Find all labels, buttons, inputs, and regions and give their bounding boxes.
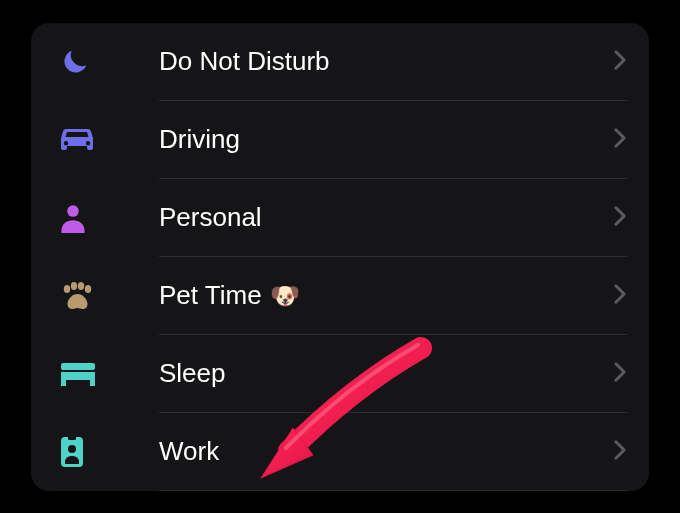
chevron-right-icon: [613, 361, 627, 387]
chevron-right-icon: [613, 49, 627, 75]
dog-emoji: 🐶: [270, 282, 300, 310]
bed-icon: [59, 361, 111, 387]
badge-icon: [59, 435, 111, 469]
moon-icon: [59, 46, 111, 78]
focus-row-label: Do Not Disturb: [111, 46, 613, 77]
svg-point-11: [68, 445, 76, 453]
chevron-right-icon: [613, 283, 627, 309]
focus-row-label: Work: [111, 436, 613, 467]
focus-row-work[interactable]: Work: [31, 413, 649, 491]
svg-point-1: [64, 285, 70, 293]
svg-point-0: [67, 205, 79, 217]
svg-point-3: [78, 282, 84, 290]
chevron-right-icon: [613, 205, 627, 231]
focus-row-personal[interactable]: Personal: [31, 179, 649, 257]
focus-list-panel: Do Not Disturb Driving Personal: [31, 23, 649, 491]
svg-point-2: [71, 282, 77, 290]
focus-row-label: Personal: [111, 202, 613, 233]
chevron-right-icon: [613, 439, 627, 465]
focus-row-pet-time[interactable]: Pet Time 🐶: [31, 257, 649, 335]
svg-point-4: [85, 285, 91, 293]
focus-row-do-not-disturb[interactable]: Do Not Disturb: [31, 23, 649, 101]
focus-row-label: Driving: [111, 124, 613, 155]
chevron-right-icon: [613, 127, 627, 153]
focus-row-sleep[interactable]: Sleep: [31, 335, 649, 413]
paw-icon: [59, 281, 111, 311]
svg-rect-6: [61, 372, 95, 380]
car-icon: [59, 125, 111, 155]
focus-row-label: Pet Time 🐶: [111, 280, 613, 311]
focus-row-label: Sleep: [111, 358, 613, 389]
person-icon: [59, 203, 111, 233]
svg-rect-8: [90, 380, 95, 386]
svg-rect-10: [68, 435, 76, 440]
focus-row-driving[interactable]: Driving: [31, 101, 649, 179]
svg-rect-5: [61, 363, 95, 370]
svg-rect-7: [61, 380, 66, 386]
